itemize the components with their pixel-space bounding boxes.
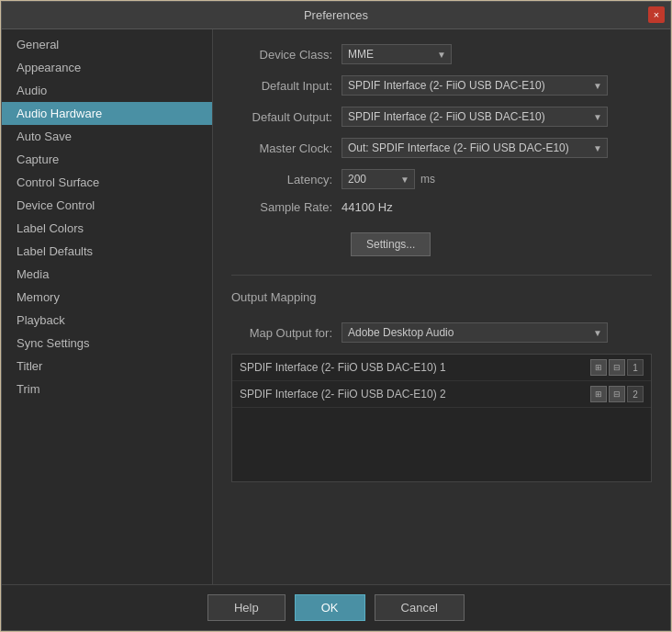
sample-rate-row: Sample Rate: 44100 Hz <box>231 200 652 214</box>
device-class-row: Device Class: MME WDM WASAPI ASIO ▼ <box>231 44 652 64</box>
map-output-for-select-wrapper: Adobe Desktop Audio ▼ <box>342 322 608 343</box>
map-output-for-select[interactable]: Adobe Desktop Audio <box>342 322 608 343</box>
output-route-icon[interactable]: ⊞ <box>590 386 607 402</box>
sidebar-item-memory[interactable]: Memory <box>2 286 212 309</box>
output-config-icon[interactable]: ⊟ <box>609 386 625 402</box>
cancel-button[interactable]: Cancel <box>375 594 465 621</box>
default-output-row: Default Output: SPDIF Interface (2- FiiO… <box>231 107 652 127</box>
map-output-for-row: Map Output for: Adobe Desktop Audio ▼ <box>231 322 652 343</box>
sidebar-item-auto-save[interactable]: Auto Save <box>2 125 212 148</box>
main-panel: Device Class: MME WDM WASAPI ASIO ▼ Defa… <box>213 29 670 584</box>
output-route-icon[interactable]: ⊞ <box>590 359 607 376</box>
sidebar-item-trim[interactable]: Trim <box>2 378 212 401</box>
output-config-icon[interactable]: ⊟ <box>609 359 625 376</box>
sidebar-item-playback[interactable]: Playback <box>2 309 212 332</box>
divider <box>231 275 652 276</box>
sidebar-item-capture[interactable]: Capture <box>2 148 212 171</box>
latency-select[interactable]: 200 512 1024 <box>342 169 415 189</box>
sidebar-item-control-surface[interactable]: Control Surface <box>2 171 212 194</box>
master-clock-select-wrapper: Out: SPDIF Interface (2- FiiO USB DAC-E1… <box>342 138 608 158</box>
latency-row: Latency: 200 512 1024 ▼ ms <box>231 169 652 189</box>
map-output-for-label: Map Output for: <box>231 326 342 340</box>
output-channel-number: 1 <box>627 359 644 376</box>
sidebar-item-titler[interactable]: Titler <box>2 355 212 378</box>
sidebar-item-audio[interactable]: Audio <box>2 79 212 102</box>
default-output-select[interactable]: SPDIF Interface (2- FiiO USB DAC-E10) <box>342 107 608 127</box>
preferences-dialog: Preferences × GeneralAppearanceAudioAudi… <box>1 1 671 631</box>
default-output-select-wrapper: SPDIF Interface (2- FiiO USB DAC-E10) ▼ <box>342 107 608 127</box>
settings-button[interactable]: Settings... <box>351 232 431 256</box>
help-button[interactable]: Help <box>207 594 286 621</box>
device-class-label: Device Class: <box>231 48 342 62</box>
default-input-select-wrapper: SPDIF Interface (2- FiiO USB DAC-E10) ▼ <box>342 75 608 96</box>
default-input-label: Default Input: <box>231 79 342 93</box>
sample-rate-label: Sample Rate: <box>231 200 342 214</box>
output-item-icons: ⊞⊟2 <box>590 386 644 402</box>
latency-unit: ms <box>420 173 435 186</box>
latency-select-wrapper: 200 512 1024 ▼ <box>342 169 415 189</box>
master-clock-select[interactable]: Out: SPDIF Interface (2- FiiO USB DAC-E1… <box>342 138 608 158</box>
sidebar-item-media[interactable]: Media <box>2 263 212 286</box>
master-clock-row: Master Clock: Out: SPDIF Interface (2- F… <box>231 138 652 158</box>
output-list-item: SPDIF Interface (2- FiiO USB DAC-E10) 1⊞… <box>232 355 651 381</box>
dialog-content: GeneralAppearanceAudioAudio HardwareAuto… <box>2 29 670 584</box>
output-item-label: SPDIF Interface (2- FiiO USB DAC-E10) 2 <box>240 388 446 401</box>
output-item-label: SPDIF Interface (2- FiiO USB DAC-E10) 1 <box>240 361 446 374</box>
output-list: SPDIF Interface (2- FiiO USB DAC-E10) 1⊞… <box>231 354 652 482</box>
output-mapping-section: Output Mapping Map Output for: Adobe Des… <box>231 290 652 482</box>
sample-rate-value: 44100 Hz <box>342 200 393 214</box>
latency-label: Latency: <box>231 173 342 186</box>
close-button[interactable]: × <box>648 6 665 23</box>
sidebar-item-sync-settings[interactable]: Sync Settings <box>2 332 212 355</box>
default-input-select[interactable]: SPDIF Interface (2- FiiO USB DAC-E10) <box>342 75 608 96</box>
sidebar-item-general[interactable]: General <box>2 33 212 56</box>
output-item-icons: ⊞⊟1 <box>590 359 644 376</box>
sidebar-item-device-control[interactable]: Device Control <box>2 194 212 217</box>
device-class-select[interactable]: MME WDM WASAPI ASIO <box>342 44 452 64</box>
sidebar-item-audio-hardware[interactable]: Audio Hardware <box>2 102 212 125</box>
output-channel-number: 2 <box>627 386 644 402</box>
sidebar-item-label-defaults[interactable]: Label Defaults <box>2 240 212 263</box>
sidebar: GeneralAppearanceAudioAudio HardwareAuto… <box>2 29 213 584</box>
dialog-title: Preferences <box>304 8 368 22</box>
output-mapping-label: Output Mapping <box>231 290 317 304</box>
output-list-item: SPDIF Interface (2- FiiO USB DAC-E10) 2⊞… <box>232 381 651 408</box>
default-output-label: Default Output: <box>231 110 342 124</box>
master-clock-label: Master Clock: <box>231 141 342 155</box>
device-class-select-wrapper: MME WDM WASAPI ASIO ▼ <box>342 44 452 64</box>
sidebar-item-label-colors[interactable]: Label Colors <box>2 217 212 240</box>
footer: Help OK Cancel <box>2 584 670 630</box>
title-bar: Preferences × <box>2 2 670 29</box>
output-mapping-header-row: Output Mapping <box>231 290 652 311</box>
sidebar-item-appearance[interactable]: Appearance <box>2 56 212 79</box>
default-input-row: Default Input: SPDIF Interface (2- FiiO … <box>231 75 652 96</box>
ok-button[interactable]: OK <box>295 594 365 621</box>
